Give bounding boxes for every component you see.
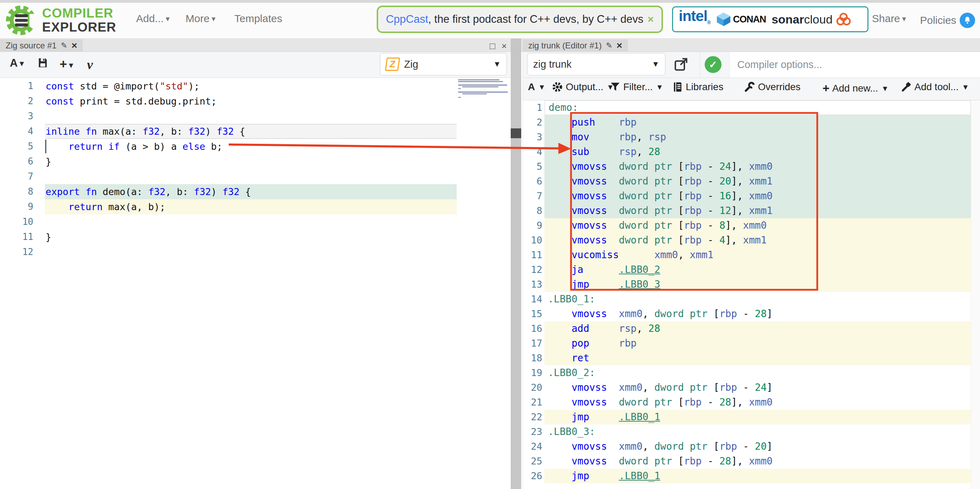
toolbar-button-add-new[interactable]: +Add new...▾ (822, 81, 887, 95)
asm-line[interactable]: vmovss dword ptr [rbp - 8], xmm0 (544, 218, 971, 233)
toolbar-button-a[interactable]: A▾ (528, 81, 544, 92)
notification-bell-badge[interactable] (960, 13, 975, 28)
font-size-button[interactable]: A▾ (10, 57, 24, 70)
asm-line[interactable]: vmovss dword ptr [rbp - 28], xmm0 (544, 395, 971, 410)
banner-text: , the first podcast for C++ devs, by C++… (428, 13, 643, 25)
source-line[interactable]: return if (a > b) a else b; (45, 139, 457, 154)
minimap-line (458, 88, 461, 89)
source-line[interactable] (45, 214, 457, 229)
compile-status-badge[interactable]: ✓ (705, 56, 722, 73)
tool-icon (901, 82, 912, 92)
line-number: 11 (2, 229, 33, 244)
sonarcloud-logo[interactable]: sonarcloud (772, 12, 852, 27)
tab-zig-trunk-compiler[interactable]: zig trunk (Editor #1) ✎ × (523, 39, 628, 52)
toolbar-button-libraries[interactable]: Libraries (672, 81, 723, 92)
conan-logo[interactable]: CONAN (716, 12, 766, 27)
source-line[interactable] (45, 109, 457, 124)
asm-line[interactable]: vucomiss xmm0, xmm1 (544, 248, 971, 263)
compiler-toolbar: zig trunk ▼ ✓ (523, 52, 980, 78)
tab-zig-source[interactable]: Zig source #1 ✎ × (0, 39, 83, 52)
toolbar-button-add-tool[interactable]: Add tool...▾ (901, 81, 967, 92)
chevron-down-icon: ▾ (212, 14, 215, 23)
asm-line[interactable]: pop rbp (544, 336, 971, 351)
toolbar-button-label: Filter... (623, 81, 653, 92)
intel-logo[interactable]: intel® (679, 9, 711, 30)
nav-more-menu[interactable]: More▾ (186, 13, 215, 25)
asm-line[interactable]: .LBB0_1: (544, 292, 971, 307)
funnel-icon (610, 82, 620, 92)
asm-line[interactable]: ret (544, 351, 971, 366)
chevron-down-icon: ▾ (20, 59, 24, 68)
open-compiler-website-button[interactable] (673, 57, 689, 74)
asm-line[interactable]: push rbp (544, 115, 971, 130)
asm-line[interactable]: jmp .LBB0_1 (544, 469, 971, 483)
asm-line[interactable]: mov rbp, rsp (544, 130, 971, 145)
asm-line[interactable]: demo: (544, 100, 971, 115)
save-button[interactable] (37, 57, 49, 72)
sponsor-banner: CppCast, the first podcast for C++ devs,… (377, 6, 663, 33)
compiler-select-value: zig trunk (533, 59, 572, 70)
banner-cppcast-link[interactable]: CppCast (386, 13, 428, 25)
asm-line[interactable]: vmovss xmm0, dword ptr [rbp - 20] (544, 439, 971, 454)
language-select[interactable]: Z Zig ▼ (380, 53, 507, 75)
line-number: 12 (2, 244, 33, 260)
asm-scrollbar[interactable] (971, 100, 980, 489)
maximize-pane-icon[interactable]: □ (490, 41, 495, 52)
line-number: 9 (2, 199, 33, 214)
editor-minimap[interactable] (457, 78, 509, 275)
bell-icon (963, 16, 972, 25)
vim-mode-button[interactable]: v (87, 57, 93, 72)
toolbar-button-label: A (528, 81, 535, 92)
asm-line[interactable]: vmovss dword ptr [rbp - 28], xmm0 (544, 454, 971, 469)
asm-line[interactable]: vmovss dword ptr [rbp - 16], xmm0 (544, 189, 971, 204)
asm-line[interactable]: vmovss dword ptr [rbp - 20], xmm1 (544, 174, 971, 189)
source-line[interactable]: } (45, 154, 457, 169)
source-line[interactable]: const print = std.debug.print; (45, 94, 457, 109)
book-icon (672, 81, 683, 92)
source-line[interactable] (45, 169, 457, 184)
pane-splitter[interactable] (511, 38, 521, 489)
banner-close-icon[interactable]: × (648, 13, 654, 25)
toolbar-button-output[interactable]: Output...▾ (552, 81, 612, 92)
share-menu[interactable]: Share▾ (872, 13, 906, 25)
toolbar-divider (700, 52, 700, 78)
policies-menu[interactable]: Policies (920, 13, 975, 28)
chevron-down-icon: ▾ (540, 83, 544, 92)
toolbar-button-label: Overrides (758, 81, 800, 92)
nav-templates[interactable]: Templates (234, 13, 282, 25)
add-pane-button[interactable]: +▾ (60, 57, 73, 72)
source-line[interactable]: const std = @import("std"); (45, 78, 457, 94)
rename-pencil-icon[interactable]: ✎ (61, 41, 67, 50)
compiler-select[interactable]: zig trunk ▼ (527, 53, 665, 75)
nav-add-menu[interactable]: Add...▾ (136, 13, 169, 25)
tab-close-icon[interactable]: × (72, 42, 77, 49)
source-line[interactable]: return max(a, b); (45, 199, 457, 214)
asm-line[interactable]: .LBB0_2: (544, 366, 971, 380)
source-line[interactable] (45, 244, 457, 260)
asm-line[interactable]: sub rsp, 28 (544, 145, 971, 159)
asm-line[interactable]: vmovss dword ptr [rbp - 12], xmm1 (544, 204, 971, 218)
toolbar-button-filter[interactable]: Filter...▾ (610, 81, 662, 92)
asm-line[interactable]: vmovss xmm0, dword ptr [rbp - 28] (544, 307, 971, 321)
asm-line[interactable]: .LBB0_3: (544, 424, 971, 439)
asm-line[interactable]: jmp .LBB0_3 (544, 277, 971, 292)
toolbar-button-overrides[interactable]: Overrides (744, 81, 800, 92)
source-line[interactable]: export fn demo(a: f32, b: f32) f32 { (45, 184, 457, 199)
asm-line[interactable]: vmovss xmm0, dword ptr [rbp - 24] (544, 380, 971, 395)
source-line[interactable]: inline fn max(a: f32, b: f32) f32 { (45, 124, 457, 139)
splitter-handle[interactable] (511, 128, 521, 138)
asm-line[interactable]: vmovss dword ptr [rbp - 24], xmm0 (544, 159, 971, 174)
compiler-explorer-logo[interactable]: COMPILER EXPLORER (5, 3, 116, 37)
compiler-explorer-app: COMPILER EXPLORER Add...▾ More▾ Template… (0, 0, 980, 489)
close-pane-icon[interactable]: × (501, 41, 507, 52)
asm-line[interactable]: jmp .LBB0_1 (544, 410, 971, 424)
tab-close-icon[interactable]: × (617, 42, 622, 49)
compiler-options-input[interactable] (729, 52, 980, 78)
toolbar-button-label: Add new... (832, 83, 878, 94)
asm-line[interactable]: add rsp, 28 (544, 321, 971, 336)
asm-line[interactable]: vmovss dword ptr [rbp - 4], xmm1 (544, 233, 971, 248)
asm-line[interactable]: ja .LBB0_2 (544, 263, 971, 277)
source-line[interactable]: } (45, 229, 457, 244)
rename-pencil-icon[interactable]: ✎ (606, 41, 612, 50)
pane-tab-row: Zig source #1 ✎ × □ × zig trunk (Editor … (0, 38, 980, 52)
